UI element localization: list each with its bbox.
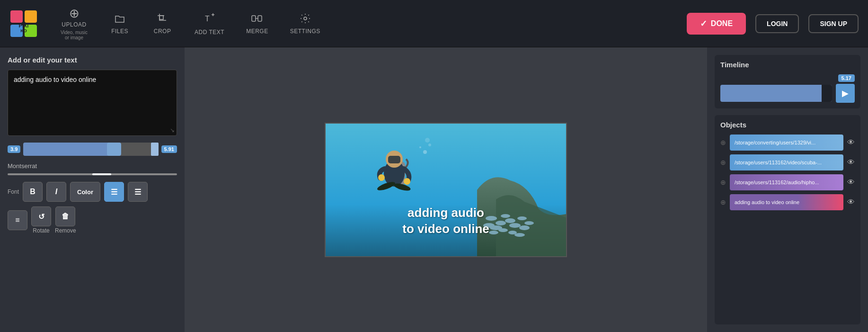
object-path-1: /storage/users/113162/video/scuba-...: [735, 160, 822, 165]
eye-icon-1[interactable]: 👁: [847, 158, 855, 167]
overlay-line1: adding audio: [402, 205, 489, 221]
login-button[interactable]: LOGIN: [755, 14, 799, 33]
text-area-wrapper: adding audio to video online ↘: [8, 70, 177, 136]
time-position-badge: 5.17: [838, 74, 855, 82]
timeline-bar[interactable]: [720, 85, 832, 102]
remove-button[interactable]: 🗑: [55, 206, 75, 226]
slider-fill: [23, 143, 112, 156]
objects-section: Objects ⊕ /storage/converting/users/1329…: [715, 115, 860, 324]
video-frame: adding audio to video online: [326, 124, 566, 256]
text-input[interactable]: adding audio to video online: [14, 76, 171, 128]
nav-crop-label: CROP: [154, 28, 171, 35]
object-bar-2[interactable]: /storage/users/113162/audio/hipho...: [730, 174, 843, 190]
align-left-icon: ☰: [111, 188, 117, 197]
overlay-line2: to video online: [402, 221, 489, 237]
slider-end-thumb[interactable]: [151, 143, 159, 156]
time-start-badge: 3.9: [8, 145, 20, 153]
nav-add-text[interactable]: T ADD TEXT: [186, 8, 233, 39]
panel-title: Add or edit your text: [8, 56, 177, 64]
object-bar-1[interactable]: /storage/users/113162/video/scuba-...: [730, 154, 843, 170]
drag-handle-3[interactable]: ⊕: [720, 198, 726, 206]
add-text-icon: T: [203, 12, 216, 27]
nav-files-label: FILES: [111, 28, 128, 35]
nav-settings[interactable]: SETTINGS: [282, 9, 329, 38]
object-item-2: ⊕ /storage/users/113162/audio/hipho... 👁: [720, 174, 855, 190]
svg-point-18: [419, 146, 421, 148]
svg-point-40: [378, 174, 385, 181]
files-icon: [114, 13, 125, 26]
objects-title: Objects: [720, 121, 855, 129]
eye-icon-2[interactable]: 👁: [847, 178, 855, 187]
align-left-button[interactable]: ☰: [104, 182, 124, 202]
right-panel: Timeline 5.17 ▶ Objects ⊕ /storage/conve…: [707, 47, 868, 332]
color-label: Color: [77, 188, 93, 196]
logo[interactable]: PIXi KO: [9, 9, 38, 38]
drag-handle-0[interactable]: ⊕: [720, 139, 726, 146]
svg-rect-7: [159, 16, 163, 19]
nav-files[interactable]: FILES: [101, 9, 139, 38]
done-label: DONE: [711, 19, 733, 28]
check-icon: ✓: [700, 18, 707, 29]
nav-upload-sublabel: Video, musicor image: [61, 30, 88, 40]
object-item-1: ⊕ /storage/users/113162/video/scuba-... …: [720, 154, 855, 170]
crop-icon: [157, 13, 168, 26]
timeline-bar-end: [822, 85, 832, 102]
svg-point-33: [514, 233, 525, 237]
svg-point-17: [428, 144, 431, 146]
slider-thumb[interactable]: [107, 143, 121, 156]
trash-icon: 🗑: [62, 212, 69, 221]
align-text-button[interactable]: ≡: [8, 210, 27, 230]
svg-point-28: [517, 216, 527, 220]
rotate-icon: ↺: [38, 212, 44, 221]
drag-handle-1[interactable]: ⊕: [720, 159, 726, 166]
eye-icon-0[interactable]: 👁: [847, 138, 855, 147]
eye-icon-3[interactable]: 👁: [847, 198, 855, 206]
upload-icon: ⊕: [69, 7, 80, 19]
svg-rect-11: [252, 16, 256, 21]
color-button[interactable]: Color: [70, 182, 100, 202]
font-label: Font: [8, 188, 19, 195]
object-bar-3[interactable]: adding audio to video online: [730, 194, 843, 210]
svg-rect-12: [258, 16, 262, 21]
italic-button[interactable]: I: [46, 182, 66, 202]
play-icon: ▶: [842, 88, 849, 99]
timeline-section: Timeline 5.17 ▶: [715, 55, 860, 108]
svg-point-23: [501, 214, 510, 218]
bold-button[interactable]: B: [23, 182, 43, 202]
signup-button[interactable]: SIGN UP: [808, 14, 859, 33]
font-name: Montserrat: [8, 162, 177, 170]
bold-icon: B: [30, 188, 35, 196]
object-bar-0[interactable]: /storage/converting/users/1329/vi...: [730, 135, 843, 151]
svg-point-14: [304, 17, 307, 20]
left-panel: Add or edit your text adding audio to vi…: [0, 47, 185, 332]
resize-handle[interactable]: ↘: [170, 127, 175, 134]
italic-icon: I: [55, 188, 57, 196]
svg-rect-2: [25, 10, 37, 23]
svg-point-19: [425, 138, 430, 143]
nav-upload[interactable]: ⊕ UPLOAD Video, musicor image: [52, 3, 96, 44]
object-path-2: /storage/users/113162/audio/hipho...: [735, 179, 819, 185]
svg-point-30: [524, 221, 534, 225]
video-text-overlay: adding audio to video online: [402, 205, 489, 237]
main-content: Add or edit your text adding audio to vi…: [0, 47, 868, 332]
play-button[interactable]: ▶: [836, 84, 855, 103]
object-item-0: ⊕ /storage/converting/users/1329/vi... 👁: [720, 135, 855, 151]
nav-add-text-label: ADD TEXT: [195, 29, 224, 36]
svg-point-25: [505, 218, 515, 223]
tl-badge-row: 5.17: [720, 74, 855, 82]
svg-point-16: [423, 150, 427, 154]
object-path-0: /storage/converting/users/1329/vi...: [735, 140, 815, 145]
nav-crop[interactable]: CROP: [143, 9, 181, 38]
timeline-title: Timeline: [720, 61, 855, 69]
object-path-3: adding audio to video online: [735, 199, 799, 205]
rotate-button[interactable]: ↺: [31, 206, 51, 226]
done-button[interactable]: ✓ DONE: [687, 13, 746, 35]
font-size-slider[interactable]: [8, 173, 177, 175]
slider-track[interactable]: [23, 143, 158, 156]
nav-upload-label: UPLOAD: [62, 21, 86, 28]
drag-handle-2[interactable]: ⊕: [720, 179, 726, 186]
nav-merge[interactable]: MERGE: [238, 9, 277, 38]
remove-label: Remove: [55, 227, 76, 234]
nav-merge-label: MERGE: [246, 28, 268, 35]
align-center-button[interactable]: ☰: [128, 182, 148, 202]
